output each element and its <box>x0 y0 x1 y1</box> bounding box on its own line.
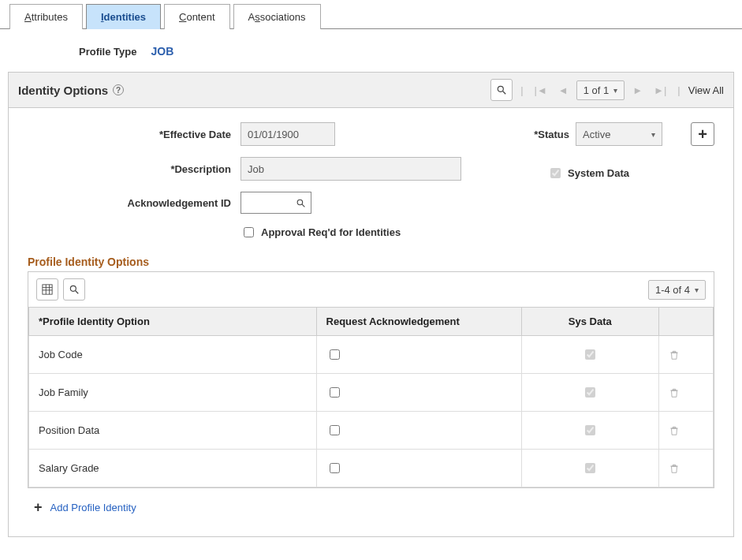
description-label: *Description <box>28 163 240 175</box>
effective-date-label: *Effective Date <box>28 129 240 140</box>
divider: | <box>677 84 680 96</box>
cell-sys-data <box>521 412 658 450</box>
cell-option: Job Code <box>29 336 317 374</box>
search-icon <box>296 198 306 208</box>
effective-date-input[interactable] <box>240 122 335 146</box>
svg-line-10 <box>76 291 79 294</box>
find-button[interactable] <box>490 79 513 101</box>
next-page-icon[interactable]: ► <box>629 84 646 96</box>
status-select[interactable]: Active ▾ <box>576 122 662 146</box>
ack-id-input[interactable] <box>240 192 311 214</box>
table-row: Job Code <box>29 336 714 374</box>
tab-attributes[interactable]: Attributes <box>9 4 83 29</box>
trash-icon[interactable] <box>669 386 680 399</box>
chevron-down-icon: ▾ <box>695 286 699 294</box>
cell-sys-data <box>521 336 658 374</box>
table-row: Job Family <box>29 374 714 412</box>
plus-icon: + <box>34 499 43 516</box>
cell-req-ack <box>316 412 521 450</box>
cell-req-ack <box>316 336 521 374</box>
col-option: *Profile Identity Option <box>29 308 317 336</box>
chevron-down-icon: ▾ <box>651 130 655 139</box>
trash-icon[interactable] <box>669 462 680 475</box>
panel-header: Identity Options ? | |◄ ◄ 1 of 1 ▾ ► ►| … <box>9 73 733 108</box>
col-sys-data: Sys Data <box>521 308 658 336</box>
table-row: Salary Grade <box>29 450 714 487</box>
cell-req-ack <box>316 450 521 487</box>
trash-icon[interactable] <box>669 349 680 361</box>
system-data-checkbox <box>550 168 561 178</box>
profile-type-row: Profile Type JOB <box>0 29 742 72</box>
panel-title: Identity Options ? <box>18 84 124 97</box>
grid-find-button[interactable] <box>63 278 85 301</box>
grid-toolbar: 1-4 of 4 ▾ <box>28 272 714 307</box>
tab-content[interactable]: Content <box>164 4 230 29</box>
panel-body: *Effective Date *Status Active ▾ + *Desc… <box>9 108 733 536</box>
last-page-icon[interactable]: ►| <box>651 84 669 96</box>
grid-page-select[interactable]: 1-4 of 4 ▾ <box>648 280 706 300</box>
add-profile-identity-link[interactable]: + Add Profile Identity <box>28 488 714 522</box>
divider: | <box>520 84 523 96</box>
cell-option: Salary Grade <box>29 450 317 487</box>
svg-point-9 <box>70 286 76 291</box>
profile-type-value: JOB <box>151 45 173 58</box>
sys-data-checkbox <box>585 463 595 473</box>
cell-delete <box>658 336 713 374</box>
tab-identities[interactable]: Identities <box>86 4 161 29</box>
first-page-icon[interactable]: |◄ <box>531 84 550 96</box>
cell-option: Job Family <box>29 374 317 412</box>
cell-delete <box>658 374 713 412</box>
system-data-label: System Data <box>568 167 629 179</box>
trash-icon[interactable] <box>669 424 680 437</box>
ack-id-label: Acknowledgement ID <box>28 197 240 209</box>
cell-req-ack <box>316 374 521 412</box>
cell-sys-data <box>521 374 658 412</box>
add-row-button[interactable]: + <box>691 122 714 146</box>
profile-type-label: Profile Type <box>79 46 136 58</box>
panel-pager: | |◄ ◄ 1 of 1 ▾ ► ►| | View All <box>490 79 724 101</box>
cell-delete <box>658 450 713 487</box>
status-label: *Status <box>534 129 569 140</box>
identity-options-panel: Identity Options ? | |◄ ◄ 1 of 1 ▾ ► ►| … <box>8 72 734 537</box>
view-all-link[interactable]: View All <box>688 84 724 96</box>
sys-data-checkbox <box>585 387 595 398</box>
page-select[interactable]: 1 of 1 ▾ <box>576 80 625 100</box>
prev-page-icon[interactable]: ◄ <box>555 84 572 96</box>
table-row: Position Data <box>29 412 714 450</box>
req-ack-checkbox[interactable] <box>330 387 340 398</box>
profile-identity-grid: 1-4 of 4 ▾ *Profile Identity Option Requ… <box>28 271 714 488</box>
svg-point-0 <box>498 86 503 91</box>
system-data-row: System Data <box>545 166 714 181</box>
svg-line-3 <box>302 204 304 207</box>
cell-option: Position Data <box>29 412 317 450</box>
plus-icon: + <box>698 125 707 144</box>
svg-point-2 <box>297 200 303 204</box>
col-actions <box>658 308 713 336</box>
req-ack-checkbox[interactable] <box>330 463 340 473</box>
req-ack-checkbox[interactable] <box>330 425 340 435</box>
description-input[interactable] <box>240 157 461 181</box>
search-icon <box>69 284 80 295</box>
cell-delete <box>658 412 713 450</box>
req-ack-checkbox[interactable] <box>330 349 340 360</box>
approval-label: Approval Req'd for Identities <box>261 226 401 238</box>
svg-rect-4 <box>43 285 52 294</box>
tab-associations[interactable]: Associations <box>233 4 321 29</box>
sys-data-checkbox <box>585 349 595 360</box>
col-req-ack: Request Acknowledgement <box>316 308 521 336</box>
help-icon[interactable]: ? <box>113 84 124 95</box>
profile-identity-options-title: Profile Identity Options <box>28 252 714 268</box>
tab-bar: Attributes Identities Content Associatio… <box>0 0 742 29</box>
chevron-down-icon: ▾ <box>613 86 617 95</box>
grid-personalize-button[interactable] <box>36 278 58 301</box>
approval-checkbox[interactable] <box>244 227 254 237</box>
search-icon <box>496 84 507 95</box>
sys-data-checkbox <box>585 425 595 435</box>
grid-table: *Profile Identity Option Request Acknowl… <box>28 307 714 487</box>
svg-line-1 <box>503 91 506 95</box>
cell-sys-data <box>521 450 658 487</box>
grid-icon <box>42 284 53 295</box>
